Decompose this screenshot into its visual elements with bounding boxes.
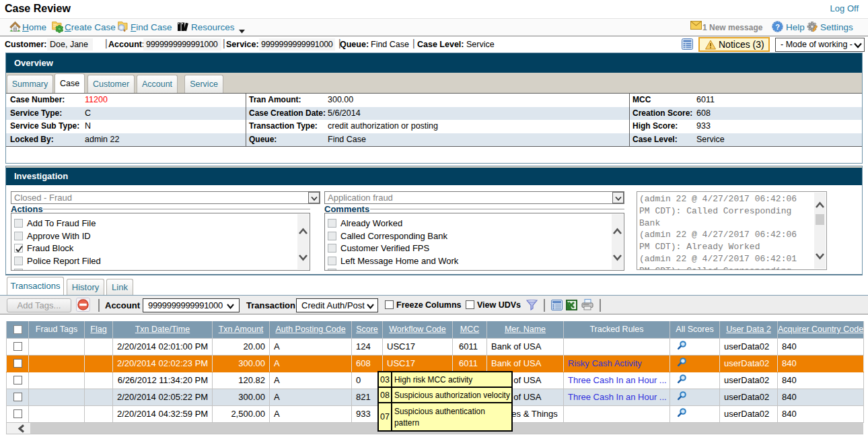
svg-text:?: ? (775, 23, 780, 31)
